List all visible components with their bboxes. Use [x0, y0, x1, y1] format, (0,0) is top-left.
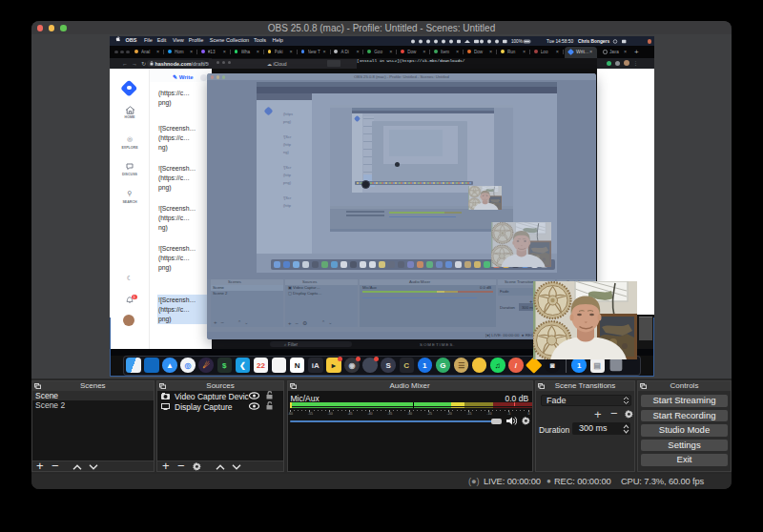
svg-text:Chris Bongers: Chris Bongers — [578, 39, 609, 44]
svg-text:100%: 100% — [511, 39, 523, 44]
svg-text:Tue 14:58:50: Tue 14:58:50 — [546, 39, 573, 44]
